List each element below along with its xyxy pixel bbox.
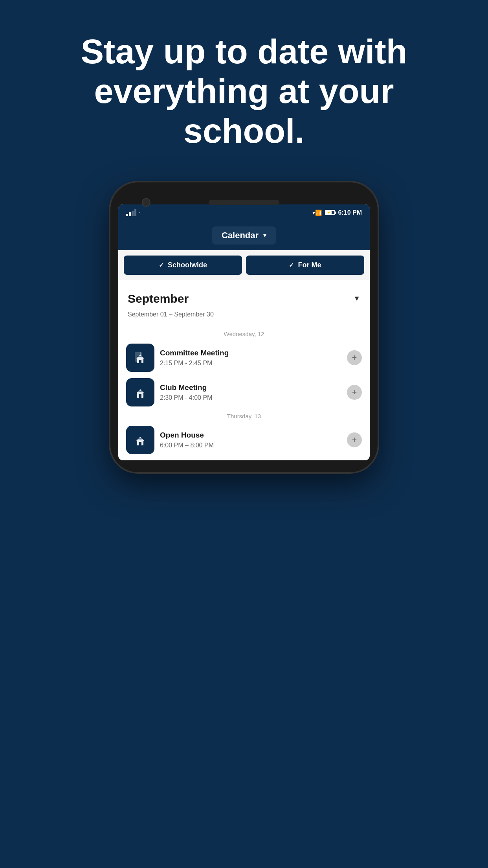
schoolwide-label: Schoolwide (168, 261, 207, 269)
battery-bolt-icon: ⚡ (327, 211, 331, 214)
signal-bars (126, 209, 136, 216)
battery-fill: ⚡ (326, 211, 332, 214)
calendar-dropdown[interactable]: Calendar ▾ (212, 226, 276, 245)
event-item-club-meeting: Club Meeting 2:30 PM - 4:00 PM + (126, 378, 362, 406)
add-event-open-house-button[interactable]: + (347, 432, 362, 447)
phone-screen: · ▾📶 ⚡ 6:10 PM Ca (118, 204, 370, 460)
add-plus-icon-club: + (352, 388, 357, 397)
day-line-left (126, 334, 220, 334)
filter-schoolwide-button[interactable]: ✓ Schoolwide (124, 256, 242, 275)
day-label-wed12: Wednesday, 12 (224, 331, 264, 337)
for-me-check-icon: ✓ (289, 261, 294, 269)
svg-rect-5 (139, 394, 141, 398)
event-title-open-house: Open House (160, 431, 341, 440)
svg-rect-2 (139, 360, 141, 363)
battery-indicator: ⚡ (325, 210, 335, 215)
event-title-committee: Committee Meeting (160, 349, 341, 357)
day-divider-thu13: Thursday, 13 (126, 413, 362, 419)
event-time-club: 2:30 PM - 4:00 PM (160, 394, 341, 401)
calendar-content: September ▼ September 01 – September 30 … (118, 280, 370, 454)
book-icon-committee (133, 351, 147, 365)
app-bar: Calendar ▾ (118, 221, 370, 250)
filter-for-me-button[interactable]: ✓ For Me (246, 256, 364, 275)
battery-icon: ⚡ (325, 210, 335, 215)
for-me-label: For Me (298, 261, 321, 269)
event-icon-box-open-house (126, 426, 154, 454)
add-event-club-button[interactable]: + (347, 385, 362, 400)
status-right: ▾📶 ⚡ 6:10 PM (312, 209, 362, 216)
day-line-right (268, 334, 362, 334)
month-arrow-icon[interactable]: ▼ (353, 294, 360, 303)
book-icon-open-house (133, 433, 147, 447)
signal-bar-3 (132, 211, 134, 216)
add-event-committee-button[interactable]: + (347, 350, 362, 365)
event-title-club: Club Meeting (160, 383, 341, 392)
wifi-icon: ▾📶 (312, 210, 322, 216)
event-item-open-house: Open House 6:00 PM – 8:00 PM + (126, 426, 362, 454)
phone-speaker (209, 200, 279, 205)
signal-bar-4 (134, 209, 136, 216)
phone-camera (142, 198, 150, 207)
hero-text: Stay up to date with everything at your … (0, 0, 488, 175)
book-icon-club (133, 385, 147, 399)
day-label-thu13: Thursday, 13 (227, 413, 261, 419)
add-plus-icon-open-house: + (352, 436, 357, 444)
svg-rect-8 (139, 442, 141, 445)
day-line-right-2 (265, 416, 362, 416)
add-plus-icon-committee: + (352, 353, 357, 362)
event-item-committee-meeting: Committee Meeting 2:15 PM - 2:45 PM + (126, 344, 362, 372)
dropdown-arrow-icon: ▾ (263, 232, 266, 239)
calendar-title: Calendar (222, 230, 259, 241)
signal-bar-2 (129, 212, 131, 216)
signal-indicator: · (126, 209, 140, 216)
event-details-open-house: Open House 6:00 PM – 8:00 PM (160, 426, 341, 454)
event-details-club: Club Meeting 2:30 PM - 4:00 PM (160, 378, 341, 406)
event-time-open-house: 6:00 PM – 8:00 PM (160, 442, 341, 449)
signal-bar-1 (126, 214, 128, 216)
event-details-committee: Committee Meeting 2:15 PM - 2:45 PM (160, 344, 341, 372)
month-range: September 01 – September 30 (126, 309, 362, 324)
filter-bar: ✓ Schoolwide ✓ For Me (118, 250, 370, 280)
day-line-left-2 (126, 416, 223, 416)
event-icon-box-committee (126, 344, 154, 372)
phone-mockup: · ▾📶 ⚡ 6:10 PM Ca (110, 182, 378, 472)
month-header: September ▼ (126, 288, 362, 309)
month-title: September (128, 292, 189, 305)
signal-dot: · (139, 210, 140, 215)
day-divider-wed12: Wednesday, 12 (126, 331, 362, 337)
event-time-committee: 2:15 PM - 2:45 PM (160, 360, 341, 367)
schoolwide-check-icon: ✓ (159, 261, 164, 269)
status-time: 6:10 PM (338, 209, 362, 216)
status-bar: · ▾📶 ⚡ 6:10 PM (118, 204, 370, 221)
phone-top-bar (118, 194, 370, 204)
event-icon-box-club (126, 378, 154, 406)
